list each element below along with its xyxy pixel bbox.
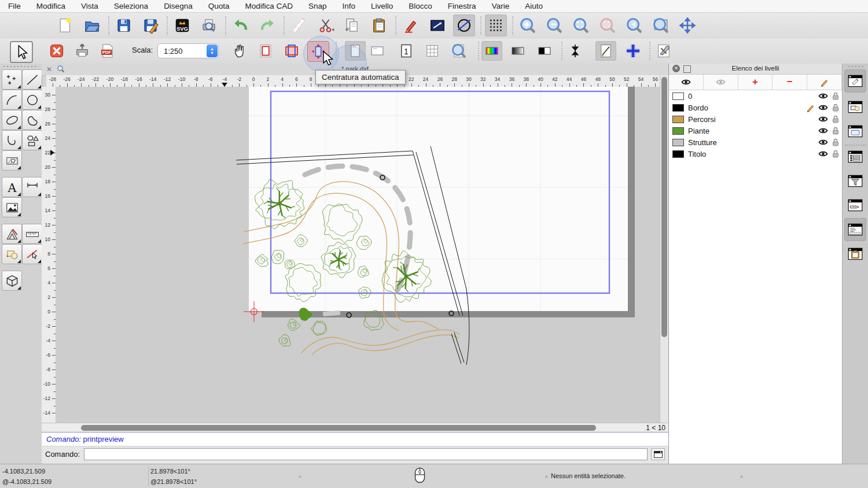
menu-item-modifica-cad[interactable]: Modifica CAD	[245, 2, 293, 10]
menu-item-quota[interactable]: Quota	[208, 2, 230, 10]
menu-item-seleziona[interactable]: Seleziona	[114, 2, 148, 10]
zoom-out-button[interactable]	[543, 14, 565, 36]
polyline-tool-button[interactable]	[2, 130, 22, 150]
open-button[interactable]	[81, 14, 103, 36]
save-button[interactable]	[113, 14, 135, 36]
layer-visibility-icon[interactable]	[816, 116, 829, 123]
dock-layer-list-button[interactable]	[844, 69, 866, 93]
cut-button[interactable]: +	[315, 14, 337, 36]
layer-lock-icon[interactable]	[829, 127, 842, 135]
layer-visibility-icon[interactable]	[816, 150, 829, 157]
horizontal-scrollbar[interactable]: 1 < 10	[42, 423, 668, 432]
layer-visibility-icon[interactable]	[816, 127, 829, 134]
grid-dots-button[interactable]	[485, 14, 507, 36]
add-layer-button[interactable]: +	[738, 75, 773, 90]
vertical-scrollbar[interactable]	[660, 75, 669, 423]
menu-item-disegna[interactable]: Disegna	[164, 2, 193, 10]
vertical-scrollbar-thumb[interactable]	[661, 77, 667, 337]
save-as-button[interactable]	[139, 14, 161, 36]
layer-row[interactable]: Bordo	[669, 102, 842, 113]
hatch-tool-button[interactable]	[2, 150, 22, 171]
layer-visibility-icon[interactable]	[816, 93, 829, 99]
undo-button[interactable]	[230, 14, 252, 36]
close-preview-button[interactable]	[46, 41, 67, 61]
edit-layer-button[interactable]	[807, 75, 842, 90]
select-tool-button[interactable]	[22, 244, 42, 264]
export-pdf-button[interactable]: PDF	[97, 41, 118, 61]
menu-item-file[interactable]: File	[8, 2, 21, 10]
fit-spindle-button[interactable]	[565, 41, 586, 61]
layer-lock-icon[interactable]	[829, 92, 842, 100]
menu-item-aiuto[interactable]: Aiuto	[525, 2, 543, 10]
circle-tool-button[interactable]	[22, 90, 42, 110]
zoom-pan-button[interactable]	[676, 14, 698, 36]
redo-button[interactable]	[256, 14, 278, 36]
zoom-previous-button[interactable]	[623, 14, 645, 36]
dock-filter-button[interactable]	[844, 169, 866, 193]
paste-button[interactable]	[368, 14, 390, 36]
layer-row[interactable]: Piante	[669, 125, 842, 136]
dock-property-list-button[interactable]	[844, 145, 866, 168]
layer-visibility-icon[interactable]	[816, 104, 829, 111]
layer-row[interactable]: Strutture	[669, 136, 842, 148]
color-mode-button[interactable]	[481, 41, 502, 61]
menu-item-blocco[interactable]: Blocco	[409, 2, 432, 10]
arc-tool-button[interactable]	[2, 90, 22, 110]
dim-tool-button[interactable]	[22, 177, 42, 197]
menu-item-varie[interactable]: Varie	[492, 2, 510, 10]
dock-clipboard-button[interactable]	[844, 242, 866, 265]
horizontal-scrollbar-thumb[interactable]	[81, 425, 596, 431]
drawing-canvas[interactable]	[56, 87, 660, 432]
layer-lock-icon[interactable]	[829, 103, 842, 112]
zoom-page-button[interactable]	[448, 41, 469, 61]
layer-lock-icon[interactable]	[829, 138, 842, 146]
grid-pages-button[interactable]	[422, 41, 443, 61]
pen-edit-button[interactable]	[400, 14, 422, 36]
dock-drag-handle[interactable]	[847, 65, 865, 68]
zoom-selection-button[interactable]	[597, 14, 619, 36]
image-tool-button[interactable]	[2, 197, 22, 217]
scale-stepper[interactable]: ▲▼	[207, 45, 218, 57]
remove-all-button[interactable]	[288, 14, 310, 36]
single-page-button[interactable]: 1	[396, 41, 417, 61]
export-svg-button[interactable]: SVG	[171, 14, 193, 36]
shapes-tool-button[interactable]	[22, 130, 42, 150]
pan-hand-button[interactable]	[229, 41, 250, 61]
zoom-in-button[interactable]	[517, 14, 539, 36]
multi-pages-button[interactable]	[281, 41, 302, 61]
modify-tool-button[interactable]	[2, 224, 22, 244]
center-cross-button[interactable]	[623, 41, 643, 61]
menu-item-vista[interactable]: Vista	[81, 2, 98, 10]
menu-item-livello[interactable]: Livello	[371, 2, 393, 10]
menu-item-snap[interactable]: Snap	[308, 2, 327, 10]
dock-block-list-button[interactable]	[844, 95, 866, 119]
settings-tools-button[interactable]	[653, 41, 674, 61]
gray-mode-button[interactable]	[507, 41, 528, 61]
portrait-button[interactable]	[345, 41, 366, 61]
command-window-button[interactable]	[651, 448, 665, 460]
dock-command-widget-button[interactable]	[844, 218, 866, 241]
pointer-button[interactable]	[10, 41, 33, 63]
ellipse-tool-button[interactable]	[2, 110, 22, 130]
print-preview-button[interactable]	[198, 14, 220, 36]
menu-item-info[interactable]: Info	[343, 2, 356, 10]
menu-item-modifica[interactable]: Modifica	[36, 2, 65, 10]
show-all-eye-button[interactable]	[669, 75, 704, 90]
layer-lock-icon[interactable]	[829, 150, 842, 158]
layer-lock-icon[interactable]	[829, 115, 842, 123]
points-tool-button[interactable]	[2, 69, 22, 90]
command-input[interactable]	[84, 448, 648, 460]
cube-tool-button[interactable]	[2, 271, 22, 291]
layer-row[interactable]: Percorsi	[669, 113, 842, 125]
page-border-button[interactable]	[255, 41, 276, 61]
spline-tool-button[interactable]	[22, 110, 42, 130]
menu-item-finestra[interactable]: Finestra	[448, 2, 476, 10]
auto-center-button[interactable]	[307, 41, 329, 62]
print-button[interactable]	[72, 41, 93, 61]
dock-library-browser-button[interactable]	[844, 120, 866, 143]
remove-layer-button[interactable]: −	[773, 75, 807, 90]
text-tool-button[interactable]: A	[2, 177, 22, 197]
zoom-auto-button[interactable]	[570, 14, 592, 36]
measure-tool-button[interactable]	[22, 224, 42, 244]
dock-pen-toolbar-button[interactable]	[844, 194, 866, 217]
